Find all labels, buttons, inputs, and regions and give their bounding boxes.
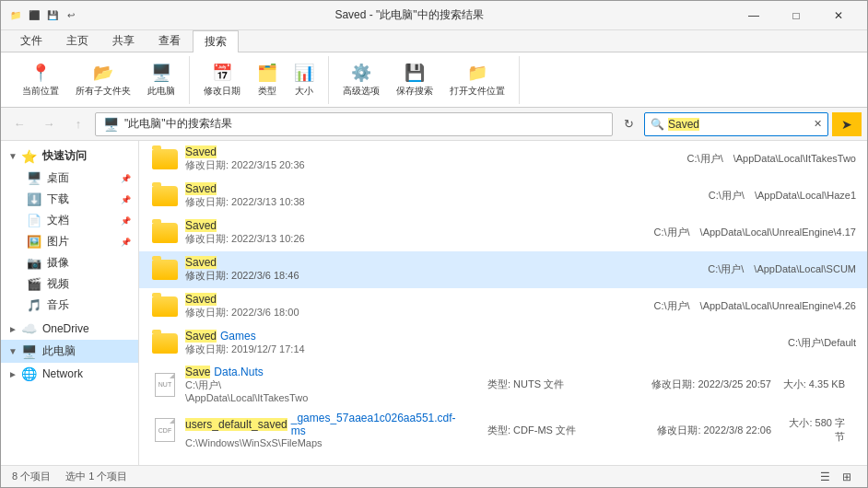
open-location-icon: 📁 (467, 63, 487, 83)
file-name: users_default_saved_games_57aaea1c026aa5… (185, 412, 456, 437)
ribbon-btn-all-subfolders[interactable]: 📂 所有子文件夹 (69, 60, 137, 100)
file-info: users_default_saved_games_57aaea1c026aa5… (180, 412, 456, 448)
chevron-down-icon-2: ▼ (8, 346, 18, 356)
sidebar-item-this-pc[interactable]: ▼ 🖥️ 此电脑 (1, 340, 138, 363)
pin-icon-4: 📌 (121, 238, 131, 247)
ribbon-btn-date-modified[interactable]: 📅 修改日期 (197, 60, 247, 100)
search-input[interactable]: Saved (668, 118, 699, 131)
minimize-button[interactable]: — (733, 1, 775, 30)
file-meta: 修改日期: 2019/12/7 17:14 (185, 343, 780, 356)
file-row[interactable]: NUT SaveData.Nuts C:\用户\ \AppData\Local\… (139, 362, 867, 408)
downloads-icon: ⬇️ (27, 192, 41, 206)
ribbon-btn-save-search[interactable]: 💾 保存搜索 (390, 60, 440, 100)
back-button[interactable]: ← (6, 112, 32, 136)
network-label: Network (42, 367, 83, 380)
tab-file[interactable]: 文件 (8, 29, 54, 52)
sidebar-item-network[interactable]: ► 🌐 Network (1, 363, 138, 385)
sidebar-item-pictures[interactable]: 🖼️ 图片 📌 (1, 231, 138, 252)
quick-access-icon[interactable]: ⬛ (27, 8, 41, 23)
address-path-text: "此电脑"中的搜索结果 (124, 116, 232, 132)
sidebar-item-downloads[interactable]: ⬇️ 下载 📌 (1, 189, 138, 210)
file-path: C:\用户\ \AppData\Local\SCUM (708, 262, 856, 276)
file-meta: 修改日期: 2022/3/15 20:36 (185, 158, 680, 172)
sidebar-item-documents[interactable]: 📄 文档 📌 (1, 210, 138, 231)
file-date-2: 修改日期: 2022/3/8 22:06 (616, 424, 782, 437)
file-name: Saved Games (185, 330, 780, 343)
file-row[interactable]: CDF users_default_saved_games_57aaea1c02… (139, 408, 867, 453)
ribbon-btn-size[interactable]: 📊 大小 (287, 60, 321, 100)
name-highlight: Saved (185, 219, 217, 232)
calendar-icon: 📅 (212, 63, 232, 83)
maximize-button[interactable]: □ (775, 1, 817, 30)
tab-share[interactable]: 共享 (100, 29, 147, 52)
network-icon: 🌐 (21, 366, 37, 381)
name-rest: Games (220, 330, 256, 343)
tab-view[interactable]: 查看 (147, 29, 193, 52)
sidebar-header-quick-access[interactable]: ▼ ⭐ 快速访问 (1, 145, 138, 168)
file-row[interactable]: Saved 修改日期: 2022/3/6 18:00 C:\用户\ \AppDa… (139, 288, 867, 325)
file-info: Saved 修改日期: 2022/3/13 10:38 (180, 182, 701, 209)
up-button[interactable]: ↑ (65, 112, 91, 136)
file-row[interactable]: Saved Games 修改日期: 2019/12/7 17:14 C:\用户\… (139, 325, 867, 362)
window-icon: 📁 (8, 8, 23, 23)
save-icon[interactable]: 💾 (45, 8, 60, 23)
file-path: C:\用户\ \AppData\Local\Haze1 (709, 189, 856, 203)
address-path[interactable]: 🖥️ "此电脑"中的搜索结果 (95, 112, 613, 136)
ribbon-btn-kind[interactable]: 🗂️ 类型 (251, 60, 284, 100)
file-name: Saved (185, 182, 701, 195)
ribbon-btn-open-file-location[interactable]: 📁 打开文件位置 (443, 60, 511, 100)
main-area: ▼ ⭐ 快速访问 🖥️ 桌面 📌 ⬇️ 下载 📌 📄 文档 📌 (1, 141, 867, 465)
view-buttons: ☰ ⊞ (815, 469, 856, 485)
undo-icon[interactable]: ↩ (64, 8, 78, 23)
ribbon-btn-current-location[interactable]: 📍 当前位置 (16, 60, 65, 100)
onedrive-label: OneDrive (42, 322, 89, 335)
ribbon-btn-this-pc[interactable]: 🖥️ 此电脑 (141, 60, 182, 100)
file-row[interactable]: Saved 修改日期: 2022/3/13 10:38 C:\用户\ \AppD… (139, 178, 867, 215)
sidebar-item-camera[interactable]: 📷 摄像 (1, 252, 138, 273)
name-rest: _games_57aaea1c026aa551.cdf-ms (291, 412, 456, 437)
sidebar-item-video[interactable]: 🎬 视频 (1, 273, 138, 295)
status-selected: 选中 1 个项目 (65, 470, 127, 483)
file-row[interactable]: Saved 修改日期: 2022/3/13 10:26 C:\用户\ \AppD… (139, 215, 867, 251)
sidebar-item-music-label: 音乐 (47, 297, 131, 313)
quick-access-label: 快速访问 (42, 148, 131, 164)
ribbon-btn-advanced-options[interactable]: ⚙️ 高级选项 (336, 60, 386, 100)
file-meta: 修改日期: 2022/3/13 10:26 (185, 232, 646, 246)
file-date: 修改日期: 2022/3/25 20:57 (616, 378, 782, 391)
view-tiles-button[interactable]: ⊞ (838, 469, 856, 485)
folder-icon (150, 333, 180, 354)
file-meta: 修改日期: 2022/3/6 18:00 (185, 306, 646, 320)
close-button[interactable]: ✕ (817, 1, 860, 30)
ribbon-section-options: ⚙️ 高级选项 💾 保存搜索 📁 打开文件位置 (329, 56, 520, 104)
file-icon-2: CDF (150, 418, 180, 442)
search-go-button[interactable]: ➤ (832, 112, 862, 136)
address-bar: ← → ↑ 🖥️ "此电脑"中的搜索结果 ↻ 🔍 Saved ✕ ➤ (1, 108, 867, 141)
forward-button[interactable]: → (36, 112, 62, 136)
documents-icon: 📄 (27, 214, 41, 227)
tab-search[interactable]: 搜索 (193, 30, 239, 52)
folder-icon (150, 149, 180, 169)
file-meta: 修改日期: 2022/3/13 10:38 (185, 195, 701, 209)
file-meta: 修改日期: 2022/3/6 18:46 (185, 269, 700, 283)
file-row-selected[interactable]: Saved 修改日期: 2022/3/6 18:46 C:\用户\ \AppDa… (139, 251, 867, 288)
options-icon: ⚙️ (351, 63, 371, 83)
tab-home[interactable]: 主页 (54, 29, 100, 52)
file-row[interactable]: Saved 修改日期: 2022/3/15 20:36 C:\用户\ \AppD… (139, 141, 867, 178)
sidebar-item-video-label: 视频 (47, 276, 131, 292)
folder-icon (150, 186, 180, 206)
sidebar-item-desktop[interactable]: 🖥️ 桌面 📌 (1, 168, 138, 189)
sidebar-section-quick-access: ▼ ⭐ 快速访问 🖥️ 桌面 📌 ⬇️ 下载 📌 📄 文档 📌 (1, 145, 138, 316)
sidebar-item-music[interactable]: 🎵 音乐 (1, 295, 138, 316)
status-count: 8 个项目 (12, 470, 51, 483)
name-highlight: Saved (185, 182, 217, 195)
sidebar-item-pictures-label: 图片 (47, 234, 121, 250)
file-name: SaveData.Nuts (185, 366, 336, 378)
search-clear-button[interactable]: ✕ (814, 118, 822, 130)
sidebar-item-downloads-label: 下载 (47, 192, 121, 207)
search-box[interactable]: 🔍 Saved ✕ (644, 112, 828, 136)
sidebar-item-onedrive[interactable]: ► ☁️ OneDrive (1, 318, 138, 340)
quick-access-folder-icon: ⭐ (21, 149, 37, 164)
subfolder-icon: 📂 (93, 63, 113, 83)
refresh-button[interactable]: ↻ (616, 112, 640, 136)
view-details-button[interactable]: ☰ (815, 469, 834, 485)
